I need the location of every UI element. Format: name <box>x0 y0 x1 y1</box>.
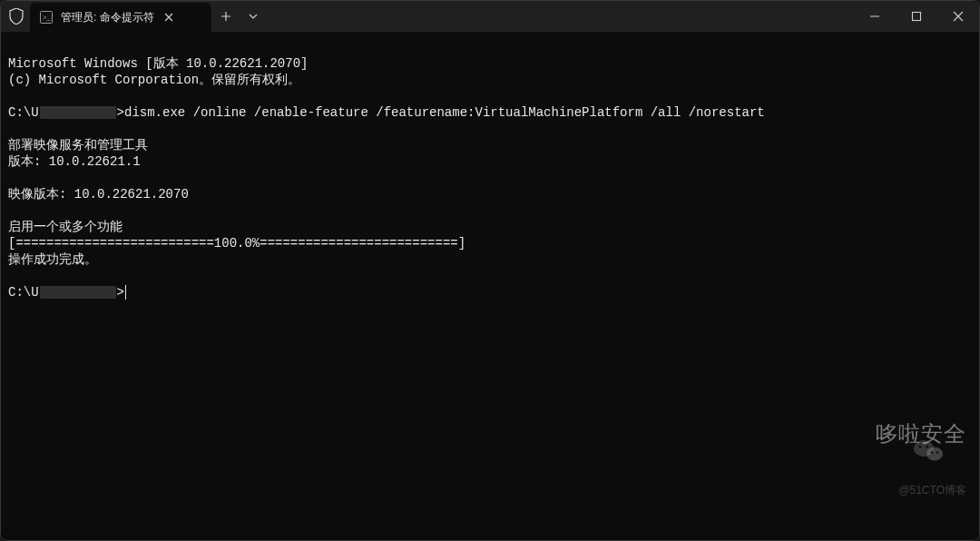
tab-dropdown-button[interactable] <box>240 14 266 19</box>
progress-bar-line: [==========================100.0%=======… <box>8 236 466 251</box>
terminal-window: >_ 管理员: 命令提示符 <box>0 0 980 541</box>
title-bar-left: >_ 管理员: 命令提示符 <box>1 1 266 32</box>
output-line: 版本: 10.0.22621.1 <box>8 154 141 169</box>
window-controls <box>854 1 979 32</box>
prompt-prefix: C:\U <box>8 105 39 120</box>
svg-rect-2 <box>913 13 921 21</box>
title-bar-drag-area[interactable] <box>266 1 854 32</box>
output-line: 操作成功完成。 <box>8 252 97 267</box>
svg-text:>_: >_ <box>43 14 52 22</box>
minimize-button[interactable] <box>854 1 896 32</box>
prompt-prefix: C:\U <box>8 285 39 300</box>
active-tab[interactable]: >_ 管理员: 命令提示符 <box>30 3 211 32</box>
svg-point-5 <box>919 446 922 448</box>
text-cursor <box>125 285 126 300</box>
output-line: 部署映像服务和管理工具 <box>8 138 148 152</box>
chevron-down-icon <box>249 14 258 19</box>
maximize-button[interactable] <box>896 1 937 32</box>
tab-title: 管理员: 命令提示符 <box>61 10 154 25</box>
plus-icon <box>220 11 231 22</box>
prompt-gt: > <box>117 285 124 300</box>
minimize-icon <box>869 11 880 22</box>
output-line: 启用一个或多个功能 <box>8 220 122 234</box>
svg-point-8 <box>936 451 938 453</box>
output-line: 映像版本: 10.0.22621.2070 <box>8 187 189 202</box>
redacted-path <box>40 286 116 299</box>
close-window-button[interactable] <box>937 1 979 32</box>
new-tab-button[interactable] <box>211 11 240 22</box>
svg-point-6 <box>926 446 929 448</box>
cmd-prompt-icon: >_ <box>39 10 54 25</box>
watermark-top: 哆啦安全 <box>836 420 966 448</box>
wechat-icon <box>836 420 868 448</box>
terminal-output[interactable]: Microsoft Windows [版本 10.0.22621.2070] (… <box>1 32 979 540</box>
maximize-icon <box>911 11 922 22</box>
svg-point-7 <box>931 451 933 453</box>
shield-icon <box>8 6 24 26</box>
close-icon <box>164 13 173 22</box>
command-text: dism.exe /online /enable-feature /featur… <box>124 105 765 120</box>
prompt-line: C:\U>dism.exe /online /enable-feature /f… <box>8 105 765 120</box>
tab-close-button[interactable] <box>162 10 176 25</box>
redacted-path <box>40 106 116 119</box>
output-line: Microsoft Windows [版本 10.0.22621.2070] <box>8 56 308 71</box>
prompt-gt: > <box>117 105 124 120</box>
title-bar: >_ 管理员: 命令提示符 <box>1 1 979 32</box>
close-icon <box>953 11 964 22</box>
svg-point-4 <box>926 448 943 461</box>
watermark: 哆啦安全 @51CTO博客 <box>836 388 966 531</box>
output-line: (c) Microsoft Corporation。保留所有权利。 <box>8 73 300 87</box>
prompt-line: C:\U> <box>8 285 126 300</box>
